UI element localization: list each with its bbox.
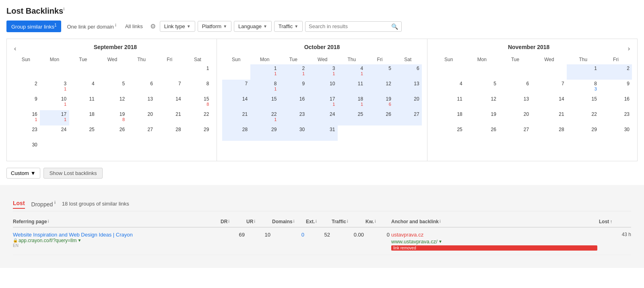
- list-item[interactable]: 6: [128, 80, 156, 95]
- list-item[interactable]: 18: [432, 110, 465, 125]
- list-item[interactable]: 6: [499, 80, 531, 95]
- list-item[interactable]: 4: [432, 80, 465, 95]
- list-item[interactable]: 20: [128, 110, 156, 125]
- list-item[interactable]: 196: [366, 95, 394, 110]
- list-item[interactable]: 25: [432, 125, 465, 141]
- list-item[interactable]: 1: [567, 64, 599, 80]
- settings-icon[interactable]: ⚙: [149, 21, 157, 32]
- list-item[interactable]: 13: [128, 95, 156, 110]
- list-item[interactable]: 24: [40, 125, 69, 141]
- list-item[interactable]: 28: [222, 125, 250, 141]
- list-item[interactable]: 20: [499, 110, 531, 125]
- tab-lost[interactable]: Lost: [13, 198, 25, 209]
- list-item[interactable]: 29: [250, 125, 279, 141]
- list-item[interactable]: 24: [308, 110, 338, 125]
- search-icon[interactable]: 🔍: [391, 23, 398, 30]
- list-item[interactable]: 11: [69, 95, 97, 110]
- referring-url-link[interactable]: app.crayon.co/f/?query=llm: [19, 238, 76, 243]
- list-item[interactable]: 22: [184, 110, 212, 125]
- list-item[interactable]: 31: [308, 125, 338, 141]
- list-item[interactable]: 4: [69, 80, 97, 95]
- list-item[interactable]: 14: [155, 95, 184, 110]
- list-item[interactable]: 2: [599, 64, 632, 80]
- list-item[interactable]: 16: [279, 95, 308, 110]
- list-item[interactable]: 25: [69, 125, 97, 141]
- list-item[interactable]: 171: [308, 95, 338, 110]
- dropdown-arrow-icon[interactable]: ▼: [77, 238, 81, 243]
- list-item[interactable]: 12: [465, 95, 499, 110]
- list-item[interactable]: 26: [97, 125, 127, 141]
- list-item[interactable]: 27: [128, 125, 156, 141]
- list-item[interactable]: 31: [308, 64, 338, 80]
- col-ur[interactable]: URi: [246, 219, 270, 224]
- list-item[interactable]: 41: [338, 64, 366, 80]
- tab-dropped[interactable]: Dropped i: [31, 198, 56, 209]
- list-item[interactable]: 14: [222, 95, 250, 110]
- list-item[interactable]: 14: [532, 95, 567, 110]
- list-item[interactable]: 5: [465, 80, 499, 95]
- list-item[interactable]: 13: [394, 80, 422, 95]
- list-item[interactable]: 161: [12, 110, 40, 125]
- list-item[interactable]: 181: [338, 95, 366, 110]
- list-item[interactable]: 23: [599, 110, 632, 125]
- list-item[interactable]: 23: [12, 125, 40, 141]
- col-kw[interactable]: Kw.i: [365, 219, 390, 224]
- platform-dropdown[interactable]: Platform ▼: [198, 21, 231, 32]
- list-item[interactable]: 8: [184, 80, 212, 95]
- search-input[interactable]: [309, 23, 391, 29]
- prev-month-button[interactable]: ‹: [12, 44, 19, 53]
- list-item[interactable]: 101: [40, 95, 69, 110]
- list-item[interactable]: 12: [366, 80, 394, 95]
- list-item[interactable]: 27: [394, 110, 422, 125]
- list-item[interactable]: 10: [308, 80, 338, 95]
- list-item[interactable]: 9: [12, 95, 40, 110]
- list-item[interactable]: 21: [532, 110, 567, 125]
- dropdown-arrow-icon[interactable]: ▼: [438, 239, 442, 244]
- list-item[interactable]: 26: [465, 125, 499, 141]
- list-item[interactable]: 11: [432, 95, 465, 110]
- backlink-link[interactable]: www.ustavprava.cz/: [391, 239, 438, 245]
- list-item[interactable]: 21: [155, 110, 184, 125]
- list-item[interactable]: 21: [279, 64, 308, 80]
- one-link-button[interactable]: One link per domain i: [64, 21, 119, 32]
- list-item[interactable]: 22: [567, 110, 599, 125]
- list-item[interactable]: 171: [40, 110, 69, 125]
- group-similar-button[interactable]: Group similar links1: [6, 21, 61, 32]
- list-item[interactable]: 26: [366, 110, 394, 125]
- list-item[interactable]: 12: [97, 95, 127, 110]
- language-dropdown[interactable]: Language ▼: [234, 21, 272, 32]
- anchor-link[interactable]: ustavprava.cz: [391, 232, 597, 238]
- col-traffic[interactable]: Traffici: [332, 219, 364, 224]
- list-item[interactable]: 9: [279, 80, 308, 95]
- list-item[interactable]: 29: [567, 125, 599, 141]
- list-item[interactable]: 16: [599, 95, 632, 110]
- list-item[interactable]: 198: [97, 110, 127, 125]
- list-item[interactable]: 23: [279, 110, 308, 125]
- list-item[interactable]: 29: [184, 125, 212, 141]
- list-item[interactable]: 15: [567, 95, 599, 110]
- list-item[interactable]: 221: [250, 110, 279, 125]
- list-item[interactable]: 30: [12, 141, 40, 156]
- list-item[interactable]: 1: [184, 64, 212, 80]
- list-item[interactable]: 21: [222, 110, 250, 125]
- list-item[interactable]: 18: [69, 110, 97, 125]
- show-lost-button[interactable]: Show Lost backlinks: [43, 168, 103, 179]
- list-item[interactable]: 5: [366, 64, 394, 80]
- col-lost[interactable]: Lost ↑: [599, 219, 631, 224]
- list-item[interactable]: 13: [499, 95, 531, 110]
- domains-cell[interactable]: 0: [272, 232, 304, 238]
- list-item[interactable]: 28: [532, 125, 567, 141]
- list-item[interactable]: 31: [40, 80, 69, 95]
- list-item[interactable]: 19: [465, 110, 499, 125]
- list-item[interactable]: 25: [338, 110, 366, 125]
- list-item[interactable]: 9: [599, 80, 632, 95]
- link-type-dropdown[interactable]: Link type ▼: [160, 21, 195, 32]
- col-ext[interactable]: Ext.i: [306, 219, 330, 224]
- list-item[interactable]: 81: [250, 80, 279, 95]
- list-item[interactable]: 11: [250, 64, 279, 80]
- list-item[interactable]: 27: [499, 125, 531, 141]
- list-item[interactable]: 7: [532, 80, 567, 95]
- col-domains[interactable]: Domainsi: [272, 219, 304, 224]
- custom-dropdown[interactable]: Custom ▼: [6, 168, 40, 179]
- list-item[interactable]: 20: [394, 95, 422, 110]
